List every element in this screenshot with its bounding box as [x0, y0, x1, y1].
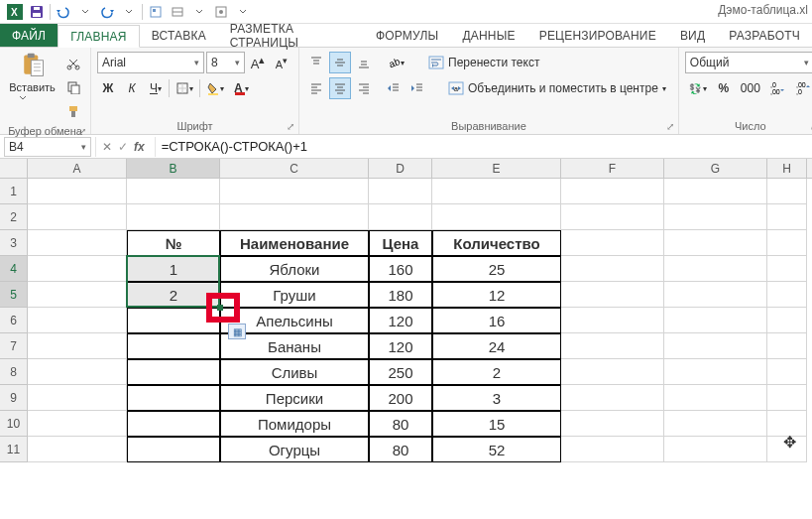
- cell[interactable]: [28, 411, 127, 437]
- format-painter-icon[interactable]: [62, 100, 84, 122]
- font-family-combo[interactable]: Arial▾: [97, 52, 204, 73]
- tab-insert[interactable]: ВСТАВКА: [140, 24, 218, 47]
- borders-icon[interactable]: ▾: [172, 77, 197, 99]
- bold-button[interactable]: Ж: [97, 77, 119, 99]
- font-color-icon[interactable]: A▾: [230, 77, 253, 99]
- cell[interactable]: [127, 308, 220, 333]
- row-header[interactable]: 2: [0, 204, 28, 230]
- cell[interactable]: Яблоки: [220, 256, 369, 282]
- cell[interactable]: [220, 179, 369, 204]
- fx-icon[interactable]: fx: [134, 140, 145, 154]
- cell[interactable]: [369, 204, 432, 230]
- cell[interactable]: [767, 359, 807, 385]
- qat-tool-2-icon[interactable]: [167, 2, 188, 22]
- copy-icon[interactable]: [62, 76, 84, 98]
- cell[interactable]: [369, 179, 432, 204]
- number-format-combo[interactable]: Общий▾: [685, 52, 812, 73]
- cell[interactable]: [561, 230, 664, 256]
- cell[interactable]: [767, 282, 807, 308]
- row-header[interactable]: 10: [0, 411, 28, 437]
- cell[interactable]: Груши: [220, 282, 369, 308]
- cell[interactable]: [220, 204, 369, 230]
- cell[interactable]: [664, 385, 767, 411]
- percent-icon[interactable]: %: [713, 77, 735, 99]
- tab-data[interactable]: ДАННЫЕ: [450, 24, 526, 47]
- cell[interactable]: 15: [432, 411, 561, 437]
- cell[interactable]: [28, 333, 127, 359]
- cell[interactable]: Персики: [220, 385, 369, 411]
- select-all-corner[interactable]: [0, 159, 28, 178]
- cell[interactable]: [664, 333, 767, 359]
- spreadsheet-grid[interactable]: A B C D E F G H 123№НаименованиеЦенаКоли…: [0, 159, 812, 462]
- cell[interactable]: [767, 179, 807, 204]
- cell[interactable]: Апельсины: [220, 308, 369, 333]
- cell[interactable]: [127, 437, 220, 462]
- orientation-icon[interactable]: ab▾: [383, 52, 408, 73]
- accounting-icon[interactable]: 💱▾: [685, 77, 711, 99]
- italic-button[interactable]: К: [121, 77, 143, 99]
- expand-icon[interactable]: ⤢: [666, 121, 674, 132]
- decrease-font-icon[interactable]: A▾: [271, 52, 292, 73]
- cell[interactable]: [767, 204, 807, 230]
- cell[interactable]: [561, 308, 664, 333]
- increase-decimal-icon[interactable]: ,0,00: [766, 77, 790, 99]
- cell[interactable]: 2: [127, 282, 220, 308]
- expand-icon[interactable]: ⤢: [78, 126, 86, 137]
- cell[interactable]: [28, 308, 127, 333]
- fill-color-icon[interactable]: ▾: [202, 77, 228, 99]
- undo-icon[interactable]: [53, 2, 74, 22]
- formula-input[interactable]: =СТРОКА()-СТРОКА()+1: [156, 139, 812, 154]
- cell[interactable]: 16: [432, 308, 561, 333]
- cell[interactable]: [664, 256, 767, 282]
- decrease-indent-icon[interactable]: [383, 77, 405, 99]
- align-middle-icon[interactable]: [329, 52, 351, 73]
- tab-formulas[interactable]: ФОРМУЛЫ: [364, 24, 450, 47]
- cell[interactable]: 52: [432, 437, 561, 462]
- cell[interactable]: [767, 385, 807, 411]
- cell[interactable]: [664, 359, 767, 385]
- cell[interactable]: [767, 333, 807, 359]
- cell[interactable]: 160: [369, 256, 432, 282]
- cell[interactable]: 180: [369, 282, 432, 308]
- cell[interactable]: [664, 437, 767, 462]
- cell[interactable]: [432, 204, 561, 230]
- cell[interactable]: [664, 308, 767, 333]
- cell[interactable]: Цена: [369, 230, 432, 256]
- cell[interactable]: [28, 230, 127, 256]
- cell[interactable]: [127, 179, 220, 204]
- cell[interactable]: [664, 411, 767, 437]
- cell[interactable]: 120: [369, 333, 432, 359]
- cell[interactable]: Наименование: [220, 230, 369, 256]
- cell[interactable]: [561, 333, 664, 359]
- cell[interactable]: [767, 256, 807, 282]
- cell[interactable]: [561, 411, 664, 437]
- row-header[interactable]: 11: [0, 437, 28, 462]
- row-header[interactable]: 8: [0, 359, 28, 385]
- align-right-icon[interactable]: [353, 77, 375, 99]
- cell[interactable]: [561, 385, 664, 411]
- cell[interactable]: №: [127, 230, 220, 256]
- paste-button[interactable]: Вставить: [6, 52, 58, 123]
- col-header[interactable]: D: [369, 159, 432, 178]
- cell[interactable]: [767, 437, 807, 462]
- align-bottom-icon[interactable]: [353, 52, 375, 73]
- row-header[interactable]: 4: [0, 256, 28, 282]
- expand-icon[interactable]: ⤢: [287, 121, 294, 132]
- increase-indent-icon[interactable]: [406, 77, 428, 99]
- cell[interactable]: 2: [432, 359, 561, 385]
- increase-font-icon[interactable]: A▴: [247, 52, 269, 73]
- qat-customize-icon[interactable]: [232, 2, 254, 22]
- save-icon[interactable]: [26, 2, 48, 22]
- row-header[interactable]: 1: [0, 179, 28, 204]
- cell[interactable]: Сливы: [220, 359, 369, 385]
- tab-home[interactable]: ГЛАВНАЯ: [58, 25, 139, 48]
- cell[interactable]: 24: [432, 333, 561, 359]
- cut-icon[interactable]: [62, 53, 84, 74]
- tab-view[interactable]: ВИД: [668, 24, 717, 47]
- wrap-text-button[interactable]: Перенести текст: [422, 52, 545, 73]
- cell[interactable]: Помидоры: [220, 411, 369, 437]
- cell[interactable]: [561, 204, 664, 230]
- cell[interactable]: [28, 282, 127, 308]
- row-header[interactable]: 5: [0, 282, 28, 308]
- tab-file[interactable]: ФАЙЛ: [0, 24, 58, 47]
